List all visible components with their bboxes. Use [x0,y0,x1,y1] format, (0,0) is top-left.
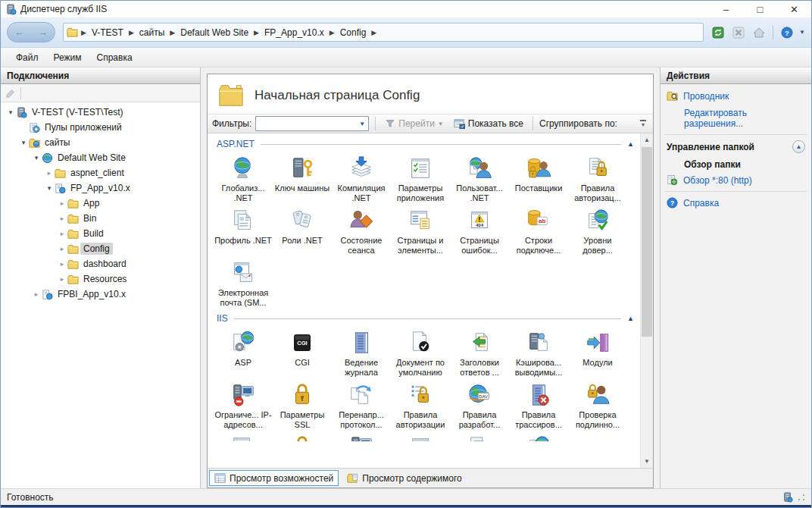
help-dropdown-caret[interactable]: ▼ [799,29,805,36]
feature-item[interactable]: ab Строки подключе... [509,203,568,256]
scroll-thumb[interactable] [642,147,652,337]
feature-item[interactable]: Ключ машины [273,151,332,203]
feature-item[interactable]: Параметры SSL [273,378,332,430]
tree-node[interactable]: ▾ FP_App_v10.x [1,180,200,196]
section-header: ASP.NET ▲ [217,139,634,149]
feature-item[interactable]: Параметры приложения [391,151,450,203]
feature-item[interactable]: CGI CGI [273,325,332,378]
tree-expander-icon[interactable]: ▾ [5,108,16,116]
show-all-button[interactable]: Показать все [451,117,526,131]
collapse-chevron-icon[interactable]: ▲ [792,140,805,153]
feature-item[interactable]: Проверка подлинно... [568,378,627,430]
forward-button[interactable]: → [38,27,48,38]
tree-node[interactable]: ▸ aspnet_client [1,165,200,180]
feature-item[interactable]: DAV Правила разработ... [450,378,509,430]
menu-item-Справка[interactable]: Справка [89,49,140,66]
tree-node[interactable]: ▸ Config [1,241,200,256]
action-item[interactable]: ?Справка [661,194,811,212]
menu-item-Файл[interactable]: Файл [8,49,46,66]
feature-item[interactable]: Правила трассиров... [509,378,568,430]
breadcrumb-item[interactable]: V-TEST [89,26,126,39]
tree-expander-icon[interactable]: ▸ [31,290,42,298]
feature-item[interactable]: Поставщики [509,151,568,203]
feature-item[interactable]: Перенапр... протокол... [332,378,391,430]
feature-item[interactable] [273,430,332,441]
tree-expander-icon[interactable]: ▸ [57,199,67,207]
breadcrumb-item[interactable]: Config [338,26,369,39]
feature-item[interactable]: Заголовки ответов ... [450,325,509,378]
tree-expander-icon[interactable]: ▸ [57,260,67,268]
tree-expander-icon[interactable]: ▸ [57,245,67,252]
feature-item[interactable]: Уровни довер... [568,203,627,256]
tree-node[interactable]: ▸ Build [1,226,200,241]
vertical-scrollbar[interactable]: ▲ ▼ [640,133,653,468]
home-icon[interactable] [751,24,767,41]
scroll-down-arrow[interactable]: ▼ [641,455,653,468]
toolbar-overflow-button[interactable]: ▼ [638,120,648,127]
refresh-icon[interactable] [710,24,726,41]
close-button[interactable]: ✕ [777,1,811,17]
tree-expander-icon[interactable]: ▸ [57,215,67,222]
create-connection-icon[interactable] [5,88,16,99]
feature-item[interactable] [450,430,509,441]
breadcrumb-item[interactable]: Default Web Site [178,26,251,39]
maximize-button[interactable]: □ [743,1,777,17]
section-collapse-icon[interactable]: ▲ [627,315,634,322]
tree-node[interactable]: ▸ dashboard [1,256,200,271]
feature-item[interactable]: Правила авторизац... [568,151,627,203]
feature-item[interactable]: Профиль .NET [214,203,273,256]
tree-expander-icon[interactable]: ▸ [44,169,55,177]
tree-node[interactable]: ▸ Bin [1,211,200,226]
go-button[interactable]: Перейти ▼ [382,117,446,130]
feature-item[interactable]: Глобализ... .NET [214,151,273,203]
action-item[interactable]: Редактировать разрешения... [661,105,811,132]
feature-item[interactable]: 404 [391,430,450,441]
feature-item[interactable]: Страницы и элементы... [391,203,450,256]
minimize-button[interactable]: – [709,1,743,17]
tree-node[interactable]: ▾ сайты [1,135,200,150]
feature-item[interactable] [214,430,273,441]
feature-item[interactable]: Кэширова... выводимы... [509,325,568,378]
feature-item[interactable] [509,430,568,441]
tree-node[interactable]: ▸ App [1,196,200,211]
section-collapse-icon[interactable]: ▲ [627,140,634,148]
tree-expander-icon[interactable]: ▸ [57,230,67,237]
tree-node[interactable]: ▸ FPBI_App_v10.x [1,287,200,302]
breadcrumb-item[interactable]: FP_App_v10.x [262,26,326,39]
feature-item[interactable]: Пользоват... .NET [450,151,509,203]
action-item[interactable]: Обзор *:80 (http) [661,171,811,189]
tree-node[interactable]: ▾ V-TEST (V-TEST\Test) [1,105,200,120]
disconnect-icon[interactable] [730,24,747,41]
actions-subheader: Обзор папки [661,156,811,171]
feature-item[interactable]: Состояние сеанса [332,203,391,256]
tree-expander-icon[interactable]: ▾ [18,139,29,146]
feature-item[interactable]: Ведение журнала [332,325,391,378]
feature-label: Параметры SSL [273,410,331,430]
feature-item[interactable]: Правила авторизации [391,378,450,430]
back-button[interactable]: ← [14,27,24,38]
tree-node[interactable]: ▸ Resources [1,271,200,287]
feature-item[interactable]: Документ по умолчанию [391,325,450,378]
filter-input[interactable]: ▼ [255,116,369,131]
resize-grip[interactable] [798,494,805,501]
tree-expander-icon[interactable]: ▾ [31,154,42,161]
help-icon[interactable]: ? [779,24,795,41]
feature-item[interactable]: Роли .NET [273,203,332,256]
feature-item[interactable]: ASP [214,325,273,378]
tree-expander-icon[interactable]: ▾ [44,184,55,192]
feature-item[interactable]: 404 Страницы ошибок... [450,203,509,256]
tab-content-view[interactable]: Просмотр содержимого [342,470,467,486]
feature-item[interactable] [332,430,391,441]
tree-node[interactable]: ▾ Default Web Site [1,150,200,165]
tree-node[interactable]: Пулы приложений [1,120,200,135]
feature-item[interactable]: Электронная почта (SM... [214,256,273,308]
action-item[interactable]: Проводник [661,87,811,105]
feature-item[interactable]: Модули [568,325,627,378]
feature-item[interactable]: Компиляция .NET [332,151,391,203]
breadcrumb-item[interactable]: сайты [137,26,167,39]
tree-expander-icon[interactable]: ▸ [57,275,67,283]
scroll-up-arrow[interactable]: ▲ [641,133,653,146]
tab-features-view[interactable]: Просмотр возможностей [209,470,339,486]
menu-item-Режим[interactable]: Режим [46,49,89,66]
feature-item[interactable]: Ограниче... IP-адресов... [214,378,273,430]
